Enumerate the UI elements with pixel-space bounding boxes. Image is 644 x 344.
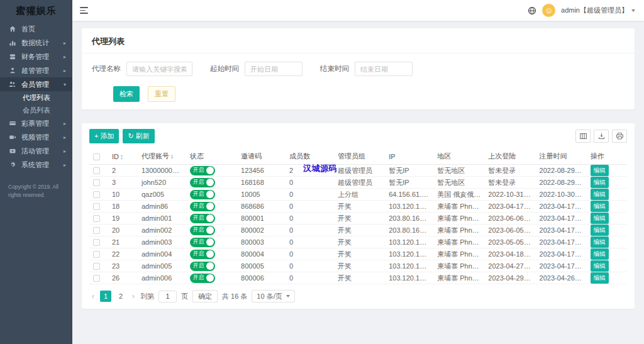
status-toggle[interactable]: 开启 [190,166,215,175]
status-toggle[interactable]: 开启 [190,214,215,223]
chevron-icon: ▸ [64,162,66,168]
avatar[interactable]: ☺ [542,4,555,17]
cell-region: 柬埔寨 Phnom Pen... [433,213,484,225]
refresh-button[interactable]: ↻刷新 [123,129,154,143]
row-checkbox[interactable] [93,275,100,282]
username-text: admin【超级管理员】 [561,6,628,15]
table-header-row: ID▴▾ 代理账号▴▾ 状态 邀请码 成员数 管理员组 IP 地区 上次登陆 注… [89,148,627,165]
sidebar-item-admin-user[interactable]: 超管管理▸ [0,64,72,77]
row-checkbox[interactable] [93,203,100,210]
status-toggle[interactable]: 开启 [190,274,215,283]
edit-button[interactable]: 编辑 [591,260,609,272]
row-checkbox[interactable] [93,239,100,246]
toggle-knob [206,250,214,258]
page-number-2[interactable]: 2 [115,291,126,302]
cell-account: admin001 [138,213,186,225]
sidebar-item-finance[interactable]: 财务管理▸ [0,50,72,64]
sidebar-item-settings[interactable]: 系统管理▸ [0,158,72,172]
edit-button[interactable]: 编辑 [591,165,609,176]
sidebar-item-label: 彩票管理 [21,119,64,128]
status-toggle[interactable]: 开启 [190,250,215,259]
col-invite-code: 邀请码 [237,148,286,165]
sidebar-item-label: 超管管理 [21,66,64,75]
sidebar-subitem[interactable]: 会员列表 [0,104,72,116]
cell-reg-time: 2023-04-17 17:06 [536,201,587,213]
cell-account: admin005 [138,260,186,272]
cell-last-login: 2023-04-29 21:13 [484,272,535,284]
sidebar-item-ticket[interactable]: 彩票管理▸ [0,116,72,130]
add-button[interactable]: +添加 [89,129,119,143]
col-account[interactable]: 代理账号▴▾ [138,148,186,165]
cell-invite-code: 800004 [237,248,286,260]
user-menu[interactable]: admin【超级管理员】 [561,6,635,15]
status-toggle[interactable]: 开启 [190,226,215,235]
edit-button[interactable]: 编辑 [591,248,609,260]
status-toggle[interactable]: 开启 [190,178,215,187]
cell-id: 19 [108,213,138,225]
cell-last-login: 暂未登录 [484,165,535,177]
cell-ip: 103.120.123.35 [385,260,433,272]
edit-button[interactable]: 编辑 [591,201,609,212]
edit-button[interactable]: 编辑 [591,177,609,188]
sidebar-subitem[interactable]: 代理列表 [0,91,72,104]
activity-icon [8,147,16,155]
row-checkbox[interactable] [93,179,100,186]
row-checkbox[interactable] [93,215,100,222]
status-toggle[interactable]: 开启 [190,202,215,211]
status-toggle[interactable]: 开启 [190,262,215,271]
cell-reg-time: 2022-08-29 20:05 [536,177,587,189]
sidebar-item-video[interactable]: 视频管理▸ [0,130,72,144]
edit-button[interactable]: 编辑 [591,225,609,236]
cell-member-count: 0 [286,260,334,272]
sidebar-item-members[interactable]: 会员管理▾ [0,77,72,91]
row-checkbox[interactable] [93,263,100,270]
table-row: 18admin86开启8686860开奖103.120.123.35柬埔寨 Ph… [89,201,627,213]
row-checkbox[interactable] [93,227,100,234]
cell-admin-group: 开奖 [334,260,385,272]
next-page-button[interactable]: › [131,292,136,301]
search-button[interactable]: 检索 [113,86,140,102]
end-date-input[interactable] [355,62,413,76]
edit-button[interactable]: 编辑 [591,189,609,200]
globe-icon[interactable] [528,6,536,15]
sidebar-item-home[interactable]: 首页 [0,22,72,36]
page-number-1[interactable]: 1 [100,291,111,302]
agent-name-input[interactable] [126,62,192,76]
status-toggle[interactable]: 开启 [190,238,215,247]
sidebar-item-activity[interactable]: 活动管理▸ [0,144,72,158]
chevron-down-icon [631,9,635,12]
edit-button[interactable]: 编辑 [591,213,609,224]
col-id[interactable]: ID▴▾ [108,148,138,165]
per-page-select[interactable]: 10 条/页 [252,290,294,302]
edit-button[interactable]: 编辑 [591,272,609,284]
sidebar-item-label: 活动管理 [21,147,64,156]
row-checkbox[interactable] [93,251,100,258]
prev-page-button[interactable]: ‹ [91,292,96,301]
hamburger-menu-icon[interactable] [80,7,88,14]
print-icon[interactable] [612,130,627,143]
reset-button[interactable]: 重置 [148,86,175,102]
export-icon[interactable] [594,130,609,143]
table-card: +添加 ↻刷新 [82,123,635,309]
goto-confirm-button[interactable]: 确定 [192,290,218,302]
goto-page-input[interactable] [158,291,177,302]
cell-ip: 暂无IP [385,165,433,177]
start-date-input[interactable] [245,62,303,76]
row-checkbox[interactable] [93,191,100,198]
status-toggle[interactable]: 开启 [190,190,215,199]
select-all-checkbox[interactable] [93,153,100,160]
sort-icon[interactable]: ▴▾ [171,154,173,160]
toggle-knob [206,238,214,246]
sidebar-item-chart[interactable]: 数据统计▸ [0,36,72,50]
cell-region: 暂无地区 [433,177,484,189]
filter-columns-icon[interactable] [575,130,591,143]
cell-last-login: 2023-06-05 03:35 [484,225,535,236]
sidebar-menu: 首页数据统计▸财务管理▸超管管理▸会员管理▾代理列表会员列表彩票管理▸视频管理▸… [0,22,72,172]
row-checkbox[interactable] [93,167,100,174]
edit-button[interactable]: 编辑 [591,236,609,248]
end-time-label: 结束时间 [320,64,349,74]
sort-icon[interactable]: ▴▾ [121,154,123,160]
cell-invite-code: 800002 [237,225,286,236]
cell-invite-code: 800005 [237,260,286,272]
main-content: 代理列表 代理名称 起始时间 结束时间 检索 重置 +添加 ↻刷新 [72,21,644,344]
